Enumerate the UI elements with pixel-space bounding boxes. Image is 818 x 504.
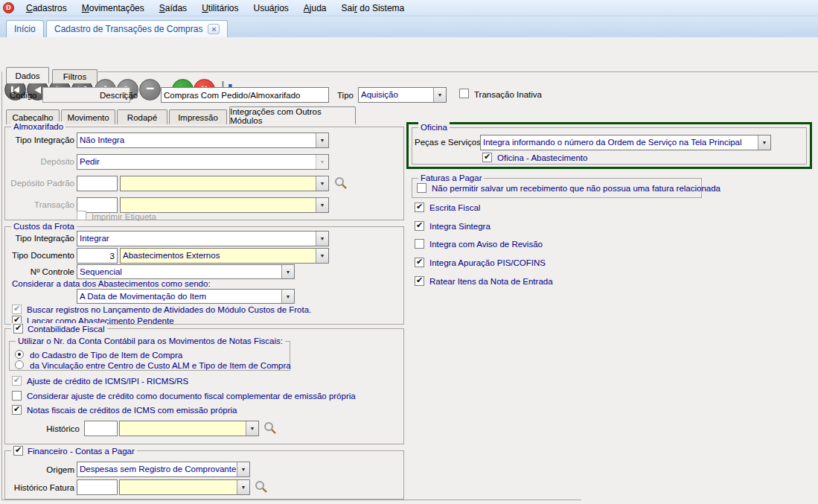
contabilidade-fiscal-checkbox[interactable] [13,324,23,334]
cf-tipo-documento-label: Tipo Documento [6,250,74,261]
dropdown-arrow-icon[interactable]: ▼ [316,249,328,263]
ajuste-credito-checkbox [12,376,22,386]
dropdown-arrow-icon[interactable]: ▼ [316,198,328,212]
window-tab-strip: Início Cadastro de Transações de Compras… [0,16,818,37]
menu-item-sair[interactable]: Sair do Sistema [334,1,412,15]
dropdown-arrow-icon[interactable]: ▼ [433,88,446,102]
dropdown-arrow-icon[interactable]: ▼ [316,176,328,191]
tipo-select[interactable]: Aquisição ▼ [358,87,447,103]
descricao-field[interactable] [161,87,329,103]
search-icon[interactable] [334,176,348,191]
pecas-servicos-select[interactable]: Integra informando o número da Ordem de … [480,135,771,150]
app-icon: D [3,2,14,13]
buscar-registros-label: Buscar registros no Lançamento de Ativid… [27,304,311,316]
cf-tipo-documento-code-field[interactable] [77,248,118,264]
menu-item-cadastros[interactable]: Cadastros [19,1,74,15]
historico-fatura-select[interactable]: ▼ [119,479,250,495]
tab-dados[interactable]: Dados [6,67,49,83]
tipo-label: Tipo [337,90,354,101]
dropdown-arrow-icon[interactable]: ▼ [237,462,249,476]
cf-num-controle-select[interactable]: Sequencial ▼ [77,264,295,279]
nao-permitir-salvar-checkbox[interactable] [417,183,426,193]
search-icon[interactable] [263,421,277,436]
tab-filtros[interactable]: Filtros [52,69,98,83]
cf-data-abastecimentos-select[interactable]: A Data de Movimentação do Item ▼ [77,289,295,304]
close-tab-icon[interactable]: × [208,24,220,34]
descricao-label: Descrição [100,90,138,101]
integra-sintegra-label: Integra Sintegra [429,221,491,232]
subtab-rodape[interactable]: Rodapé [117,109,167,124]
menu-item-movimentacoes[interactable]: Movimentações [74,1,152,15]
buscar-registros-checkbox [12,304,22,314]
alm-tipo-integracao-label: Tipo Integração [6,135,74,146]
tab-cadastro-transacoes-compras[interactable]: Cadastro de Transações de Compras × [46,20,228,37]
alm-deposito-padrao-code-field[interactable] [77,176,118,191]
financeiro-title: Financeiro - Contas a Pagar [28,447,135,456]
radio-cadastro-tipo-item[interactable] [15,350,24,359]
historico-code-field[interactable] [84,421,118,436]
historico-select[interactable]: ▼ [119,421,259,436]
subtab-impressao[interactable]: Impressão [169,109,227,124]
transacao-inativa-label: Transação Inativa [474,89,542,101]
integra-sintegra-checkbox[interactable] [415,221,424,231]
integra-apuracao-pis-cofins-label: Integra Apuração PIS/COFINS [429,258,546,269]
historico-fatura-label: Histórico Fatura [6,482,74,494]
contabilidade-fiscal-title: Contabilidade Fiscal [28,325,105,334]
cf-tipo-integracao-select[interactable]: Integrar ▼ [77,231,329,246]
transacao-inativa-checkbox[interactable] [459,89,469,98]
ratear-itens-nota-entrada-checkbox[interactable] [415,276,424,286]
dropdown-arrow-icon[interactable]: ▼ [281,290,294,303]
ajuste-credito-label: Ajuste de crédito de ICMS/IPI - RICMS/RS [27,376,188,387]
dropdown-arrow-icon[interactable]: ▼ [316,133,328,147]
notas-fiscais-label: Notas fiscais de créditos de ICMS com em… [27,405,237,416]
imprimir-etiqueta-label: Imprimir Etiqueta [92,211,156,223]
historico-label: Histórico [41,424,80,435]
origem-select[interactable]: Despesas sem Registro de Comprovante ▼ [77,462,250,477]
considerar-ajuste-checkbox[interactable] [12,391,22,401]
dropdown-arrow-icon[interactable]: ▼ [758,135,770,150]
ratear-itens-nota-entrada-label: Ratear Itens da Nota de Entrada [429,276,553,287]
alm-transacao-label: Transação [6,200,74,211]
dropdown-arrow-icon: ▼ [316,155,328,169]
alm-deposito-select: Pedir ▼ [77,154,329,170]
integra-aviso-revisao-checkbox[interactable] [415,239,424,249]
dropdown-arrow-icon[interactable]: ▼ [316,232,328,246]
considerar-ajuste-label: Considerar ajuste de crédito como docume… [27,391,356,402]
imprimir-etiqueta-checkbox [77,211,86,220]
nao-permitir-salvar-label: Não permitir salvar um recebimento que n… [432,183,720,194]
alm-transacao-select[interactable]: ▼ [120,197,329,213]
radio-vinculacao-centro-custo-label: da Vinculação entre Centro de Custo ALM … [30,360,291,371]
integra-aviso-revisao-label: Integra com Aviso de Revisão [429,239,543,250]
menu-item-saidas[interactable]: Saídas [152,1,194,15]
menu-item-ajuda[interactable]: Ajuda [296,1,334,15]
subtab-integracoes[interactable]: Integrações com Outros Módulos [229,106,356,124]
alm-deposito-padrao-select[interactable]: ▼ [120,176,329,191]
escrita-fiscal-label: Escrita Fiscal [429,202,480,214]
dropdown-arrow-icon[interactable]: ▼ [281,265,294,278]
notas-fiscais-checkbox[interactable] [12,405,22,415]
toolbar: + ✎ − ✔ ✖ [0,37,818,67]
pecas-servicos-label: Peças e Serviços [415,137,481,148]
application-window: D Cadastros Movimentações Saídas Utilitá… [0,0,818,504]
alm-tipo-integracao-select[interactable]: Não Integra ▼ [77,133,329,148]
cf-tipo-documento-select[interactable]: Abastecimentos Externos ▼ [120,248,329,264]
delete-record-button[interactable]: − [139,79,161,101]
radio-vinculacao-centro-custo[interactable] [15,360,24,369]
historico-fatura-code-field[interactable] [77,479,118,495]
search-icon[interactable] [255,480,268,495]
integra-apuracao-pis-cofins-checkbox[interactable] [415,258,424,267]
dropdown-arrow-icon[interactable]: ▼ [246,421,258,436]
sheet-bottom-border [1,500,581,500]
radio-cadastro-tipo-item-label: do Cadastro de Tipo de Item de Compra [30,350,182,361]
cf-tipo-integracao-label: Tipo Integração [6,233,74,244]
escrita-fiscal-checkbox[interactable] [415,202,424,212]
oficina-abastecimento-checkbox[interactable] [482,153,492,162]
financeiro-checkbox[interactable] [13,446,23,456]
cf-num-controle-label: Nº Controle [6,267,74,278]
dropdown-arrow-icon[interactable]: ▼ [237,480,249,494]
tab-inicio[interactable]: Início [6,20,44,37]
menu-item-usuarios[interactable]: Usuários [246,1,295,15]
alm-deposito-padrao-label: Depósito Padrão [6,178,74,189]
menu-item-utilitarios[interactable]: Utilitários [194,1,246,15]
subtab-movimento[interactable]: Movimento [61,109,115,124]
